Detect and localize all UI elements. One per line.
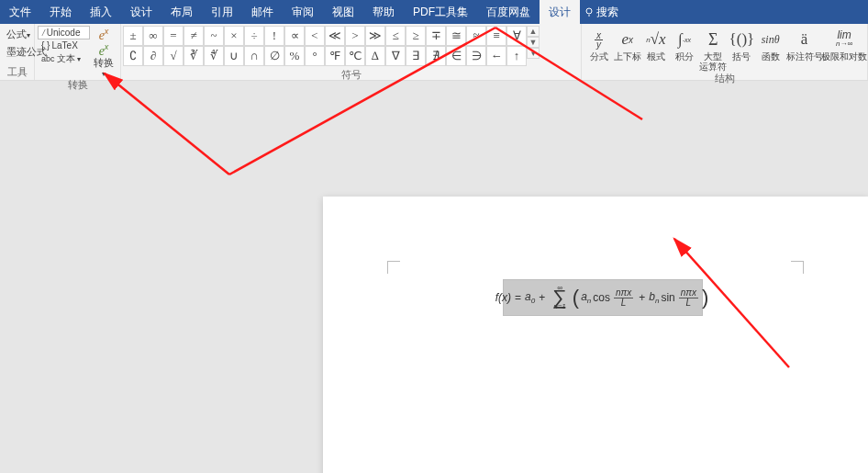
sym-cap[interactable]: ∩ [244,46,264,66]
symbol-row-1: ± ∞ = ≠ ~ × ÷ ! ∝ < ≪ > ≫ ≤ ≥ ∓ ≅ [123,26,527,46]
eq-rparen: ) [702,286,708,310]
group-symbols: ± ∞ = ≠ ~ × ÷ ! ∝ < ≪ > ≫ ≤ ≥ ∓ ≅ [121,24,582,80]
sym-lt[interactable]: < [305,26,325,46]
tab-design1[interactable]: 设计 [121,0,161,24]
tab-baidu[interactable]: 百度网盘 [477,0,540,24]
struct-large-op[interactable]: Σ大型 运算符 [699,26,728,72]
tab-insert[interactable]: 插入 [81,0,121,24]
eq-sin: sin [661,291,674,304]
group-tools: 公式▾ 墨迹公式 工具 [0,24,35,80]
sym-ge[interactable]: ≥ [406,26,426,46]
eq-plus2: + [639,291,645,304]
group-tools-label: 工具 [0,65,34,80]
unicode-button[interactable]: / Unicode [38,26,90,39]
sym-cbrt[interactable]: ∛ [184,46,204,66]
tab-home[interactable]: 开始 [40,0,81,24]
struct-bracket[interactable]: {()}括号 [728,26,756,62]
convert-button[interactable]: ex ex 转换 ▾ [90,26,117,78]
sym-approx[interactable]: ≈ [466,26,486,46]
margin-corner-tl [387,261,400,274]
sym-sqrt[interactable]: √ [163,46,184,66]
struct-integral[interactable]: ∫-xx积分 [671,26,699,62]
sym-exists[interactable]: ∃ [406,46,426,66]
tab-review[interactable]: 审阅 [283,0,323,24]
sym-cup[interactable]: ∪ [224,46,244,66]
tab-eqdesign[interactable]: 设计 [540,0,580,24]
eq-plus1: + [539,291,545,304]
sym-gt[interactable]: > [345,26,365,46]
sym-div[interactable]: ÷ [244,26,264,46]
sym-forall[interactable]: ∀ [506,26,527,46]
sym-inf[interactable]: ∞ [143,26,163,46]
ribbon: 公式▾ 墨迹公式 工具 / Unicode { } LaTeX abc 文本▾ … [0,24,868,81]
sym-cong[interactable]: ≅ [446,26,466,46]
tab-layout[interactable]: 布局 [161,0,202,24]
struct-script[interactable]: ex上下标 [613,26,641,62]
struct-function[interactable]: sinθ函数 [756,26,785,62]
latex-button[interactable]: { } LaTeX [38,39,90,51]
search-label: 搜索 [596,5,618,20]
sym-nexists[interactable]: ∄ [426,46,446,66]
sym-eq[interactable]: = [163,26,184,46]
sym-deg[interactable]: ° [305,46,325,66]
eq-equals: = [515,291,521,304]
sym-partial[interactable]: ∂ [143,46,163,66]
group-format: / Unicode { } LaTeX abc 文本▾ ex ex 转换 ▾ 转… [35,24,121,80]
sym-prop[interactable]: ∝ [284,26,305,46]
sym-tilde[interactable]: ~ [204,26,224,46]
equation-box[interactable]: f(x) = a0 + ∞ ∑ n=1 ( an cos nπxL + bn s… [503,279,703,316]
tab-mail[interactable]: 邮件 [242,0,283,24]
sym-in[interactable]: ∈ [446,46,466,66]
sym-4rt[interactable]: ∜ [204,46,224,66]
eq-a0: a0 [525,290,535,305]
eq-frac2: nπxL [679,288,698,308]
symbol-more[interactable]: ▾ [527,48,540,59]
eq-an: an [581,290,591,305]
sym-ni[interactable]: ∋ [466,46,486,66]
struct-limit[interactable]: limn→∞极限和对数 [824,26,864,62]
search-button[interactable]: 搜索 [584,5,618,20]
convert-icon: ex [99,26,109,41]
tab-view[interactable]: 视图 [323,0,363,24]
sym-le[interactable]: ≤ [385,26,406,46]
struct-fraction[interactable]: xy分式 [584,26,613,62]
tab-pdftools[interactable]: PDF工具集 [404,0,477,24]
sym-degc[interactable]: ℃ [345,46,365,66]
symbol-scroll: ▲ ▼ ▾ [527,26,540,59]
sym-delta[interactable]: ∆ [365,46,385,66]
sym-equiv[interactable]: ≡ [486,26,506,46]
sym-degf[interactable]: ℉ [325,46,345,66]
sym-pm[interactable]: ± [123,26,143,46]
menu-bar: 文件 开始 插入 设计 布局 引用 邮件 审阅 视图 帮助 PDF工具集 百度网… [0,0,868,24]
page[interactable]: f(x) = a0 + ∞ ∑ n=1 ( an cos nπxL + bn s… [323,197,868,473]
text-button[interactable]: abc 文本▾ [38,51,90,66]
tab-help[interactable]: 帮助 [363,0,404,24]
group-symbols-label: 符号 [121,68,581,83]
tab-references[interactable]: 引用 [202,0,242,24]
convert-icon2: ex [99,41,109,57]
document-area: f(x) = a0 + ∞ ∑ n=1 ( an cos nπxL + bn s… [0,96,868,473]
sym-fact[interactable]: ! [264,26,284,46]
struct-radical[interactable]: n√x根式 [641,26,670,62]
symbol-scroll-down[interactable]: ▼ [527,37,540,48]
sym-mp[interactable]: ∓ [426,26,446,46]
sym-neq[interactable]: ≠ [184,26,204,46]
group-structures: xy分式 ex上下标 n√x根式 ∫-xx积分 Σ大型 运算符 {()}括号 s… [582,24,868,80]
sym-comp[interactable]: ∁ [123,46,143,66]
sym-empty[interactable]: ∅ [264,46,284,66]
group-convert-label: 转换 [35,78,120,93]
group-structures-label: 结构 [582,72,867,86]
sym-larr[interactable]: ← [486,46,506,66]
sym-times[interactable]: × [224,26,244,46]
sym-pct[interactable]: % [284,46,305,66]
sym-ll[interactable]: ≪ [325,26,345,46]
svg-point-0 [586,8,592,14]
sym-uarr[interactable]: ↑ [506,46,527,66]
eq-fx: f(x) [495,291,511,304]
symbol-scroll-up[interactable]: ▲ [527,26,540,37]
struct-accent[interactable]: ä标注符号 [785,26,824,62]
sym-nabla[interactable]: ∇ [385,46,406,66]
tab-file[interactable]: 文件 [0,0,40,24]
sym-gg[interactable]: ≫ [365,26,385,46]
formula-button[interactable]: 公式▾ [3,26,34,43]
